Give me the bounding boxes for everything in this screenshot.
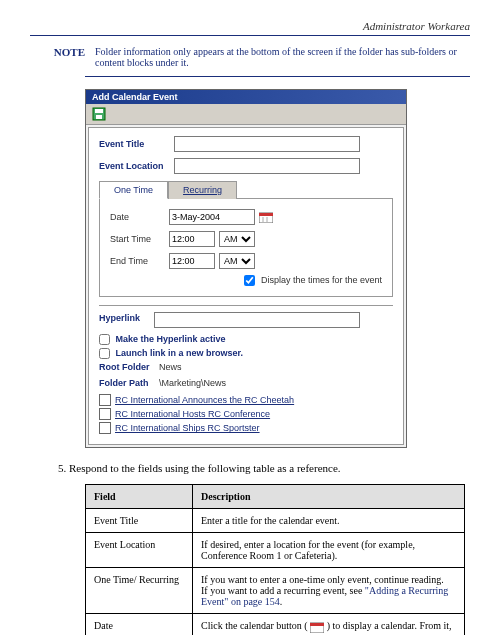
root-folder-value: News (159, 362, 182, 372)
display-times-label: Display the times for the event (261, 275, 382, 285)
event-location-input[interactable] (174, 158, 360, 174)
note-label: NOTE (30, 46, 95, 68)
list-item[interactable]: RC International Hosts RC Conference (99, 408, 393, 420)
event-title-label: Event Title (99, 139, 174, 149)
file-list: RC International Announces the RC Cheeta… (99, 394, 393, 434)
end-time-input[interactable] (169, 253, 215, 269)
make-active-checkbox[interactable] (99, 334, 110, 345)
table-row: Date Click the calendar button ( ) to di… (86, 614, 465, 635)
tab-recurring[interactable]: Recurring (168, 181, 237, 199)
date-input[interactable] (169, 209, 255, 225)
start-time-input[interactable] (169, 231, 215, 247)
end-time-ampm[interactable]: AM (219, 253, 255, 269)
header-title: Administrator Workarea (363, 20, 470, 32)
folder-path-label: Folder Path (99, 378, 159, 388)
event-title-input[interactable] (174, 136, 360, 152)
file-icon (99, 394, 111, 406)
date-label: Date (110, 212, 165, 222)
display-times-checkbox[interactable] (244, 275, 255, 286)
tab-one-time[interactable]: One Time (99, 181, 168, 199)
event-location-label: Event Location (99, 161, 174, 171)
note-block: NOTE Folder information only appears at … (30, 46, 470, 68)
tab-content-one-time: Date Start Time AM End Time AM (99, 199, 393, 297)
dialog-form: Event Title Event Location One Time Recu… (88, 127, 404, 445)
step-5: 5. Respond to the fields using the follo… (58, 462, 470, 474)
tabs: One Time Recurring (99, 180, 393, 199)
reference-table: Field Description Event Title Enter a ti… (85, 484, 465, 635)
table-row: One Time/ Recurring If you want to enter… (86, 568, 465, 614)
start-time-ampm[interactable]: AM (219, 231, 255, 247)
dialog-title: Add Calendar Event (92, 92, 178, 102)
step-text: Respond to the fields using the followin… (69, 462, 341, 474)
file-icon (99, 422, 111, 434)
calendar-icon[interactable] (259, 211, 273, 223)
list-item[interactable]: RC International Ships RC Sportster (99, 422, 393, 434)
start-time-label: Start Time (110, 234, 165, 244)
launch-new-label: Launch link in a new browser. (116, 348, 244, 358)
dialog-toolbar (86, 104, 406, 125)
page-header: Administrator Workarea (30, 20, 470, 36)
root-folder-label: Root Folder (99, 362, 159, 372)
hyperlink-label: Hyperlink (99, 313, 154, 323)
list-item[interactable]: RC International Announces the RC Cheeta… (99, 394, 393, 406)
step-number: 5. (58, 462, 66, 474)
table-header-description: Description (193, 485, 465, 509)
hyperlink-input[interactable] (154, 312, 360, 328)
calendar-icon (310, 621, 324, 633)
svg-rect-2 (96, 115, 102, 119)
dialog-screenshot: Add Calendar Event Event Title Event Loc… (85, 89, 407, 448)
dialog-titlebar: Add Calendar Event (86, 90, 406, 104)
file-icon (99, 408, 111, 420)
svg-rect-8 (310, 623, 324, 626)
svg-rect-4 (259, 213, 273, 216)
folder-path-value: \Marketing\News (159, 378, 226, 388)
svg-rect-1 (95, 109, 103, 113)
table-row: Event Title Enter a title for the calend… (86, 509, 465, 533)
end-time-label: End Time (110, 256, 165, 266)
save-icon[interactable] (92, 108, 106, 118)
note-text: Folder information only appears at the b… (95, 46, 470, 68)
table-row: Event Location If desired, enter a locat… (86, 533, 465, 568)
make-active-label: Make the Hyperlink active (116, 334, 226, 344)
table-header-field: Field (86, 485, 193, 509)
note-divider (85, 76, 470, 77)
launch-new-checkbox[interactable] (99, 348, 110, 359)
